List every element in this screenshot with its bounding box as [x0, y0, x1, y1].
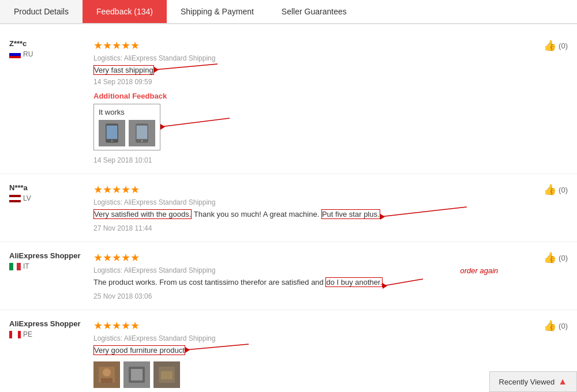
- thumbs-up-icon: 👍: [544, 319, 556, 332]
- review-text-part3: Put five star plus.: [321, 209, 380, 219]
- reviewer-name: AliExpress Shopper: [9, 251, 84, 260]
- review2-arrow: [374, 204, 473, 221]
- svg-marker-15: [185, 347, 190, 353]
- additional-feedback-box: It works: [93, 104, 160, 150]
- country-label: LV: [23, 194, 31, 202]
- like-count: (0): [559, 322, 568, 330]
- review-text-part2: Thank you so much! A great machine.: [194, 210, 321, 218]
- reviewer-country: RU: [9, 50, 84, 58]
- country-label: PE: [23, 330, 32, 338]
- star-rating: ★★★★★: [93, 183, 559, 196]
- svg-line-10: [380, 207, 467, 217]
- like-button[interactable]: 👍 (0): [544, 39, 568, 52]
- logistics-info: Logistics: AliExpress Standard Shipping: [93, 334, 559, 342]
- svg-marker-9: [160, 124, 165, 130]
- svg-rect-6: [137, 126, 148, 139]
- tab-seller[interactable]: Seller Guarantees: [268, 0, 361, 23]
- like-count: (0): [559, 254, 568, 262]
- review-content: ★★★★★ Logistics: AliExpress Standard Shi…: [84, 251, 568, 300]
- feedback-image-1[interactable]: [99, 120, 125, 146]
- reviewer-name: AliExpress Shopper: [9, 319, 84, 328]
- logistics-info: Logistics: AliExpress Standard Shipping: [93, 198, 559, 206]
- flag-icon: [9, 263, 21, 270]
- svg-rect-3: [107, 126, 118, 139]
- review-date: 25 Nov 2018 03:06: [93, 292, 559, 300]
- svg-point-4: [111, 140, 113, 142]
- review-item: Z***c RU ★★★★★ Logistics: AliExpress Sta…: [0, 30, 577, 174]
- additional-feedback-label: Additional Feedback: [93, 92, 559, 100]
- review-content: ★★★★★ Logistics: AliExpress Standard Shi…: [84, 183, 568, 232]
- svg-line-14: [185, 344, 249, 350]
- arrow-annotation: [148, 61, 223, 78]
- like-count: (0): [559, 186, 568, 194]
- svg-point-17: [103, 368, 111, 376]
- review4-arrow: [179, 341, 254, 359]
- like-button[interactable]: 👍 (0): [544, 319, 568, 332]
- recently-viewed-bar[interactable]: Recently Viewed ▲: [489, 371, 577, 392]
- feedback-images: [99, 120, 155, 146]
- chevron-up-icon: ▲: [558, 376, 567, 387]
- review-date: 14 Sep 2018 09:59: [93, 78, 559, 86]
- reviewer-info: Z***c RU: [9, 39, 84, 164]
- reviewer-name: Z***c: [9, 39, 84, 48]
- review-text-annotated: Very fast shipping: [93, 65, 154, 75]
- product-image-3[interactable]: [153, 361, 180, 388]
- svg-rect-18: [101, 378, 113, 383]
- tab-shipping[interactable]: Shipping & Payment: [167, 0, 268, 23]
- product-image-2[interactable]: [123, 361, 150, 388]
- like-button[interactable]: 👍 (0): [544, 183, 568, 196]
- additional-arrow: [155, 115, 235, 133]
- reviewer-country: IT: [9, 262, 84, 270]
- like-button[interactable]: 👍 (0): [544, 251, 568, 264]
- review-item: AliExpress Shopper IT ★★★★★ Logistics: A…: [0, 242, 577, 310]
- review-text: The product works. From us cost tantissi…: [93, 278, 383, 287]
- svg-marker-1: [154, 67, 159, 73]
- reviewer-info: AliExpress Shopper IT: [9, 251, 84, 300]
- thumbs-up-icon: 👍: [544, 251, 556, 264]
- recently-viewed-label: Recently Viewed: [499, 378, 555, 386]
- reviewer-country: LV: [9, 194, 84, 202]
- reviewer-info: N***a LV: [9, 183, 84, 232]
- flag-icon: [9, 195, 21, 202]
- svg-line-8: [160, 118, 230, 127]
- star-rating: ★★★★★: [93, 251, 559, 264]
- tabs-bar: Product Details Feedback (134) Shipping …: [0, 0, 577, 24]
- country-label: IT: [23, 262, 29, 270]
- reviewer-country: PE: [9, 330, 84, 338]
- product-image-1[interactable]: [93, 361, 120, 388]
- additional-date: 14 Sep 2018 10:01: [93, 156, 559, 164]
- review-date: 27 Nov 2018 11:44: [93, 224, 559, 232]
- svg-point-7: [141, 140, 143, 142]
- review-text-pre: The product works. From us cost tantissi…: [93, 278, 325, 287]
- star-rating: ★★★★★: [93, 39, 559, 52]
- svg-rect-20: [131, 369, 143, 380]
- review-item: N***a LV ★★★★★ Logistics: AliExpress Sta…: [0, 174, 577, 242]
- flag-icon: [9, 331, 21, 338]
- review-text-highlighted: do I buy another.: [325, 277, 383, 287]
- reviewer-info: AliExpress Shopper PE: [9, 319, 84, 388]
- additional-feedback-section: Additional Feedback It works: [93, 92, 559, 164]
- thumbs-up-icon: 👍: [544, 39, 556, 52]
- tab-product-details[interactable]: Product Details: [0, 0, 83, 23]
- review-text: Very satisfied with the goods. Thank you…: [93, 210, 380, 218]
- svg-line-12: [383, 279, 423, 286]
- reviewer-name: N***a: [9, 183, 84, 192]
- review-text-annotated: Very good furniture product: [93, 345, 185, 355]
- svg-line-0: [154, 64, 218, 70]
- reviews-container: Z***c RU ★★★★★ Logistics: AliExpress Sta…: [0, 24, 577, 392]
- review3-arrow: [377, 267, 486, 291]
- flag-icon: [9, 51, 21, 58]
- feedback-image-2[interactable]: [129, 120, 155, 146]
- svg-marker-13: [383, 283, 387, 289]
- star-rating: ★★★★★: [93, 319, 559, 332]
- thumbs-up-icon: 👍: [544, 183, 556, 196]
- svg-marker-11: [380, 214, 385, 220]
- review-content: ★★★★★ Logistics: AliExpress Standard Shi…: [84, 39, 568, 164]
- additional-feedback-text: It works: [99, 108, 155, 116]
- svg-rect-22: [161, 371, 173, 379]
- review-text-part1: Very satisfied with the goods.: [93, 209, 192, 219]
- like-count: (0): [559, 42, 568, 50]
- country-label: RU: [23, 50, 33, 58]
- tab-feedback[interactable]: Feedback (134): [83, 0, 167, 23]
